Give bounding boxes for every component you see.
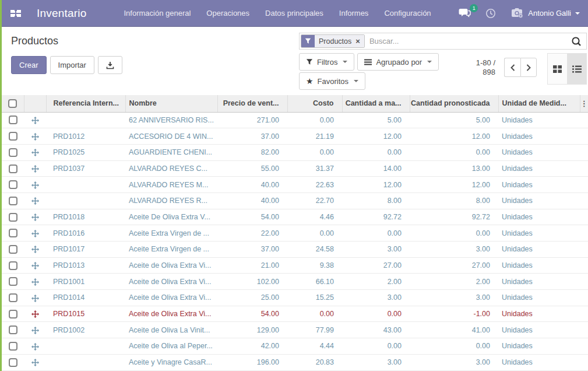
table-row[interactable]: PRD1013Aceite de Oliva Extra Vi...21.009… — [2, 257, 588, 274]
row-checkbox[interactable] — [9, 180, 17, 189]
row-checkbox[interactable] — [9, 261, 17, 270]
import-button[interactable]: Importar — [50, 56, 94, 74]
row-checkbox[interactable] — [9, 245, 17, 254]
drag-handle-icon[interactable] — [31, 358, 39, 366]
cell-optional — [580, 306, 588, 322]
table-row[interactable]: PRD1025AGUARDIENTE CHENI...82.000.000.00… — [2, 144, 588, 160]
table-row[interactable]: PRD1014Aceite de Oliva Extra Vi...25.001… — [2, 290, 588, 306]
drag-handle-icon[interactable] — [31, 148, 39, 156]
activities-clock-icon[interactable] — [485, 8, 496, 19]
drag-handle-icon[interactable] — [31, 229, 39, 237]
drag-handle-icon[interactable] — [31, 342, 39, 350]
table-row[interactable]: PRD1017Aceite Extra Virgen de ...37.0024… — [2, 242, 588, 258]
menu-informacion-general[interactable]: Información general — [124, 9, 191, 18]
table-row[interactable]: PRD1012ACCESORIO DE 4 WIN...37.0021.1912… — [2, 128, 588, 145]
table-row[interactable]: PRD1018Aceite De Oliva Extra V...54.004.… — [2, 209, 588, 225]
row-checkbox[interactable] — [9, 342, 17, 351]
row-checkbox[interactable] — [9, 229, 17, 237]
row-checkbox[interactable] — [9, 326, 17, 334]
cell-qty: 0.00 — [342, 338, 410, 355]
row-checkbox[interactable] — [9, 293, 17, 302]
drag-handle-icon[interactable] — [31, 261, 39, 270]
row-checkbox[interactable] — [9, 164, 17, 173]
messages-icon[interactable]: 1 — [459, 8, 471, 18]
table-row[interactable]: PRD1037ALVARADO REYES C...55.0031.3714.0… — [2, 160, 588, 177]
cell-qty: 8.00 — [342, 192, 410, 209]
drag-handle-icon[interactable] — [31, 116, 39, 124]
cell-cost: 66.10 — [287, 274, 342, 290]
drag-handle-icon[interactable] — [31, 180, 39, 188]
drag-handle-icon[interactable] — [31, 245, 39, 253]
row-select-cell — [2, 144, 24, 160]
menu-configuracion[interactable]: Configuración — [384, 9, 431, 18]
row-checkbox[interactable] — [9, 148, 17, 157]
cell-price: 196.00 — [217, 354, 287, 370]
table-row[interactable]: Aceite de Oliva al Peper...42.004.440.00… — [2, 338, 588, 355]
drag-handle-icon[interactable] — [31, 278, 39, 286]
list-view-button[interactable] — [567, 54, 586, 84]
drag-handle-icon[interactable] — [31, 310, 39, 318]
row-handle-cell — [24, 354, 46, 370]
kanban-view-button[interactable] — [548, 54, 567, 84]
filters-dropdown[interactable]: Filtros — [299, 53, 354, 71]
facet-remove-icon[interactable]: × — [355, 37, 360, 46]
table-row[interactable]: PRD1016Aceite Extra Virgen de ...22.000.… — [2, 225, 588, 242]
search-facet[interactable]: Productos × — [301, 34, 365, 48]
apps-menu-icon[interactable] — [10, 8, 25, 19]
row-handle-cell — [24, 257, 46, 274]
table-row[interactable]: PRD1001Aceite de Oliva Extra Vi...102.00… — [2, 274, 588, 290]
search-icon[interactable] — [571, 36, 582, 47]
cell-name: Aceite De Oliva Extra V... — [125, 209, 217, 225]
table-row[interactable]: 62 ANNIVERSARIO RIS...271.000.005.005.00… — [2, 112, 588, 128]
row-checkbox[interactable] — [9, 358, 17, 367]
row-checkbox[interactable] — [9, 197, 17, 205]
facet-label: Productos — [319, 37, 351, 46]
select-all-checkbox[interactable] — [8, 99, 17, 108]
column-header-price[interactable]: Precio de vent... — [217, 95, 287, 112]
column-header-cost[interactable]: Costo — [287, 95, 342, 112]
groupby-dropdown[interactable]: Agrupado por — [357, 53, 439, 71]
row-checkbox[interactable] — [9, 132, 17, 141]
column-header-reference[interactable]: Referencia Intern... — [46, 95, 125, 112]
cell-optional — [580, 338, 588, 355]
favorites-dropdown[interactable]: ★ Favoritos — [299, 72, 365, 90]
cell-reference: PRD1017 — [46, 242, 125, 258]
column-header-uom[interactable]: Unidad de Medid... — [498, 95, 580, 112]
row-handle-cell — [24, 242, 46, 258]
cell-uom: Unidades — [498, 144, 580, 160]
create-button[interactable]: Crear — [11, 56, 47, 74]
column-header-qty[interactable]: Cantidad a ma... — [342, 95, 410, 112]
row-select-cell — [2, 338, 24, 355]
row-checkbox[interactable] — [9, 277, 17, 286]
filter-icon — [306, 58, 313, 65]
pager-previous-button[interactable] — [504, 58, 520, 77]
row-checkbox[interactable] — [9, 213, 17, 222]
menu-datos-principales[interactable]: Datos principales — [265, 9, 323, 18]
search-bar[interactable]: Productos × — [299, 33, 587, 50]
app-title[interactable]: Inventario — [37, 7, 86, 20]
pager-next-button[interactable] — [520, 58, 537, 77]
drag-handle-icon[interactable] — [31, 132, 39, 140]
menu-informes[interactable]: Informes — [339, 9, 369, 18]
table-row[interactable]: ALVARADO REYES M...40.0022.6312.0012.00U… — [2, 177, 588, 193]
export-button[interactable] — [98, 56, 122, 74]
table-row[interactable]: ALVARADO REYES R...40.0022.708.008.00Uni… — [2, 192, 588, 209]
drag-handle-icon[interactable] — [31, 293, 39, 302]
menu-operaciones[interactable]: Operaciones — [206, 9, 249, 18]
user-menu[interactable]: Antonio Galli — [510, 8, 580, 19]
drag-handle-icon[interactable] — [31, 213, 39, 221]
table-row[interactable]: Aceite y Vinagre CasaR...196.0020.833.00… — [2, 354, 588, 370]
drag-handle-icon[interactable] — [31, 326, 39, 334]
table-row[interactable]: PRD1002Aceite de Oliva La Vinit...129.00… — [2, 322, 588, 338]
optional-columns-icon[interactable]: ⋮ — [580, 95, 588, 112]
app-window: Inventario Información general Operacion… — [0, 0, 588, 371]
table-row[interactable]: PRD1015Aceite de Oliva Extra Vi...54.000… — [2, 306, 588, 322]
row-checkbox[interactable] — [9, 310, 17, 318]
drag-handle-icon[interactable] — [31, 197, 39, 205]
row-checkbox[interactable] — [9, 116, 17, 124]
column-header-forecast[interactable]: Cantidad pronosticada — [410, 95, 498, 112]
drag-handle-icon[interactable] — [31, 164, 39, 173]
search-input[interactable] — [365, 37, 571, 46]
column-header-name[interactable]: Nombre — [125, 95, 217, 112]
pager: 1-80 / 898 — [476, 58, 495, 90]
